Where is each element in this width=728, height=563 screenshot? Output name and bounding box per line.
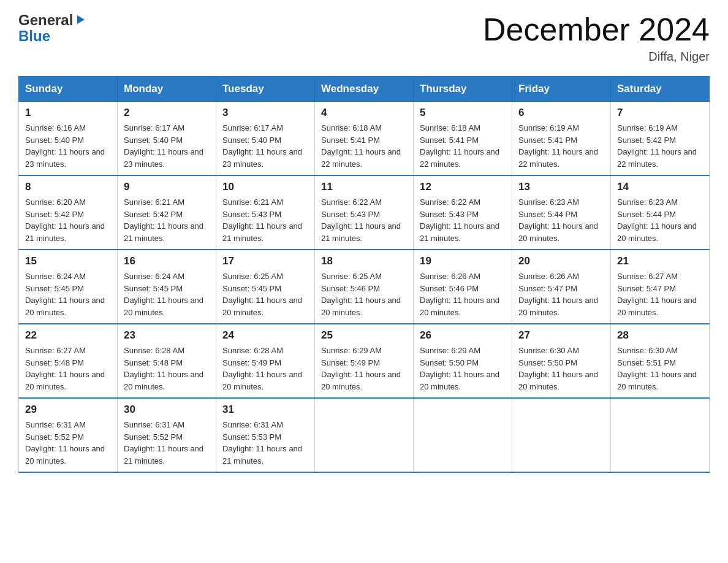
calendar-week-row: 29Sunrise: 6:31 AMSunset: 5:52 PMDayligh… bbox=[19, 398, 710, 472]
day-number: 11 bbox=[321, 181, 407, 193]
day-number: 28 bbox=[617, 329, 703, 342]
day-number: 6 bbox=[518, 107, 604, 119]
calendar-cell bbox=[315, 398, 414, 472]
day-number: 23 bbox=[124, 329, 210, 342]
calendar-cell: 30Sunrise: 6:31 AMSunset: 5:52 PMDayligh… bbox=[118, 398, 216, 472]
calendar-cell: 8Sunrise: 6:20 AMSunset: 5:42 PMDaylight… bbox=[19, 175, 118, 250]
day-info: Sunrise: 6:18 AMSunset: 5:41 PMDaylight:… bbox=[321, 122, 407, 170]
day-number: 7 bbox=[617, 107, 703, 119]
day-info: Sunrise: 6:17 AMSunset: 5:40 PMDaylight:… bbox=[222, 122, 308, 170]
logo-general-text: General bbox=[18, 12, 73, 28]
day-number: 26 bbox=[420, 329, 506, 342]
day-info: Sunrise: 6:16 AMSunset: 5:40 PMDaylight:… bbox=[25, 122, 111, 170]
calendar-cell: 31Sunrise: 6:31 AMSunset: 5:53 PMDayligh… bbox=[216, 398, 315, 472]
calendar-cell: 16Sunrise: 6:24 AMSunset: 5:45 PMDayligh… bbox=[118, 250, 216, 324]
day-info: Sunrise: 6:27 AMSunset: 5:48 PMDaylight:… bbox=[25, 345, 111, 393]
day-number: 18 bbox=[321, 255, 407, 267]
title-block: December 2024 Diffa, Niger bbox=[483, 12, 710, 64]
day-info: Sunrise: 6:25 AMSunset: 5:45 PMDaylight:… bbox=[222, 270, 308, 318]
day-info: Sunrise: 6:17 AMSunset: 5:40 PMDaylight:… bbox=[124, 122, 210, 170]
calendar-cell: 12Sunrise: 6:22 AMSunset: 5:43 PMDayligh… bbox=[414, 175, 512, 250]
day-of-week-header: Thursday bbox=[414, 77, 512, 102]
day-info: Sunrise: 6:29 AMSunset: 5:50 PMDaylight:… bbox=[420, 345, 506, 393]
calendar-week-row: 15Sunrise: 6:24 AMSunset: 5:45 PMDayligh… bbox=[19, 250, 710, 324]
calendar-week-row: 1Sunrise: 6:16 AMSunset: 5:40 PMDaylight… bbox=[19, 102, 710, 176]
logo-triangle-icon bbox=[75, 12, 86, 28]
day-info: Sunrise: 6:31 AMSunset: 5:52 PMDaylight:… bbox=[25, 419, 111, 467]
day-number: 9 bbox=[124, 181, 210, 193]
calendar-header-row: SundayMondayTuesdayWednesdayThursdayFrid… bbox=[19, 77, 710, 102]
calendar-cell: 25Sunrise: 6:29 AMSunset: 5:49 PMDayligh… bbox=[315, 324, 414, 398]
day-number: 22 bbox=[25, 329, 111, 342]
calendar-cell: 3Sunrise: 6:17 AMSunset: 5:40 PMDaylight… bbox=[216, 102, 315, 176]
day-info: Sunrise: 6:26 AMSunset: 5:47 PMDaylight:… bbox=[518, 270, 604, 318]
calendar-cell: 4Sunrise: 6:18 AMSunset: 5:41 PMDaylight… bbox=[315, 102, 414, 176]
calendar-cell: 23Sunrise: 6:28 AMSunset: 5:48 PMDayligh… bbox=[118, 324, 216, 398]
location-label: Diffa, Niger bbox=[483, 50, 710, 64]
day-info: Sunrise: 6:19 AMSunset: 5:41 PMDaylight:… bbox=[518, 122, 604, 170]
calendar-cell: 5Sunrise: 6:18 AMSunset: 5:41 PMDaylight… bbox=[414, 102, 512, 176]
calendar-cell: 21Sunrise: 6:27 AMSunset: 5:47 PMDayligh… bbox=[611, 250, 710, 324]
day-number: 24 bbox=[222, 329, 308, 342]
calendar-week-row: 22Sunrise: 6:27 AMSunset: 5:48 PMDayligh… bbox=[19, 324, 710, 398]
day-info: Sunrise: 6:26 AMSunset: 5:46 PMDaylight:… bbox=[420, 270, 506, 318]
day-info: Sunrise: 6:30 AMSunset: 5:51 PMDaylight:… bbox=[617, 345, 703, 393]
day-number: 19 bbox=[420, 255, 506, 267]
calendar-cell: 2Sunrise: 6:17 AMSunset: 5:40 PMDaylight… bbox=[118, 102, 216, 176]
day-info: Sunrise: 6:22 AMSunset: 5:43 PMDaylight:… bbox=[420, 196, 506, 244]
svg-marker-0 bbox=[77, 15, 85, 24]
day-info: Sunrise: 6:19 AMSunset: 5:42 PMDaylight:… bbox=[617, 122, 703, 170]
day-info: Sunrise: 6:20 AMSunset: 5:42 PMDaylight:… bbox=[25, 196, 111, 244]
calendar-cell: 27Sunrise: 6:30 AMSunset: 5:50 PMDayligh… bbox=[512, 324, 611, 398]
day-number: 15 bbox=[25, 255, 111, 267]
day-number: 2 bbox=[124, 107, 210, 119]
calendar-cell: 10Sunrise: 6:21 AMSunset: 5:43 PMDayligh… bbox=[216, 175, 315, 250]
day-info: Sunrise: 6:22 AMSunset: 5:43 PMDaylight:… bbox=[321, 196, 407, 244]
day-info: Sunrise: 6:31 AMSunset: 5:52 PMDaylight:… bbox=[124, 419, 210, 467]
calendar-cell: 28Sunrise: 6:30 AMSunset: 5:51 PMDayligh… bbox=[611, 324, 710, 398]
logo: General Blue bbox=[18, 12, 86, 45]
day-number: 12 bbox=[420, 181, 506, 193]
day-of-week-header: Wednesday bbox=[315, 77, 414, 102]
calendar-cell bbox=[414, 398, 512, 472]
day-info: Sunrise: 6:21 AMSunset: 5:43 PMDaylight:… bbox=[222, 196, 308, 244]
day-number: 27 bbox=[518, 329, 604, 342]
calendar-cell: 9Sunrise: 6:21 AMSunset: 5:42 PMDaylight… bbox=[118, 175, 216, 250]
calendar-cell: 6Sunrise: 6:19 AMSunset: 5:41 PMDaylight… bbox=[512, 102, 611, 176]
day-info: Sunrise: 6:24 AMSunset: 5:45 PMDaylight:… bbox=[25, 270, 111, 318]
calendar-cell: 11Sunrise: 6:22 AMSunset: 5:43 PMDayligh… bbox=[315, 175, 414, 250]
calendar-cell: 1Sunrise: 6:16 AMSunset: 5:40 PMDaylight… bbox=[19, 102, 118, 176]
day-info: Sunrise: 6:31 AMSunset: 5:53 PMDaylight:… bbox=[222, 419, 308, 467]
day-number: 4 bbox=[321, 107, 407, 119]
calendar-cell bbox=[611, 398, 710, 472]
day-info: Sunrise: 6:18 AMSunset: 5:41 PMDaylight:… bbox=[420, 122, 506, 170]
month-title: December 2024 bbox=[483, 12, 710, 47]
day-number: 21 bbox=[617, 255, 703, 267]
calendar-cell: 22Sunrise: 6:27 AMSunset: 5:48 PMDayligh… bbox=[19, 324, 118, 398]
calendar-cell: 17Sunrise: 6:25 AMSunset: 5:45 PMDayligh… bbox=[216, 250, 315, 324]
day-number: 20 bbox=[518, 255, 604, 267]
day-info: Sunrise: 6:21 AMSunset: 5:42 PMDaylight:… bbox=[124, 196, 210, 244]
day-number: 16 bbox=[124, 255, 210, 267]
calendar-cell: 19Sunrise: 6:26 AMSunset: 5:46 PMDayligh… bbox=[414, 250, 512, 324]
calendar-cell: 18Sunrise: 6:25 AMSunset: 5:46 PMDayligh… bbox=[315, 250, 414, 324]
calendar-cell: 15Sunrise: 6:24 AMSunset: 5:45 PMDayligh… bbox=[19, 250, 118, 324]
day-number: 29 bbox=[25, 404, 111, 416]
day-of-week-header: Sunday bbox=[19, 77, 118, 102]
day-info: Sunrise: 6:24 AMSunset: 5:45 PMDaylight:… bbox=[124, 270, 210, 318]
day-number: 14 bbox=[617, 181, 703, 193]
day-number: 10 bbox=[222, 181, 308, 193]
day-info: Sunrise: 6:27 AMSunset: 5:47 PMDaylight:… bbox=[617, 270, 703, 318]
day-info: Sunrise: 6:29 AMSunset: 5:49 PMDaylight:… bbox=[321, 345, 407, 393]
calendar-cell: 14Sunrise: 6:23 AMSunset: 5:44 PMDayligh… bbox=[611, 175, 710, 250]
day-number: 5 bbox=[420, 107, 506, 119]
day-info: Sunrise: 6:28 AMSunset: 5:48 PMDaylight:… bbox=[124, 345, 210, 393]
day-of-week-header: Tuesday bbox=[216, 77, 315, 102]
day-number: 31 bbox=[222, 404, 308, 416]
calendar-cell: 7Sunrise: 6:19 AMSunset: 5:42 PMDaylight… bbox=[611, 102, 710, 176]
calendar-cell bbox=[512, 398, 611, 472]
calendar-cell: 24Sunrise: 6:28 AMSunset: 5:49 PMDayligh… bbox=[216, 324, 315, 398]
day-of-week-header: Saturday bbox=[611, 77, 710, 102]
day-number: 17 bbox=[222, 255, 308, 267]
calendar-table: SundayMondayTuesdayWednesdayThursdayFrid… bbox=[18, 76, 710, 473]
